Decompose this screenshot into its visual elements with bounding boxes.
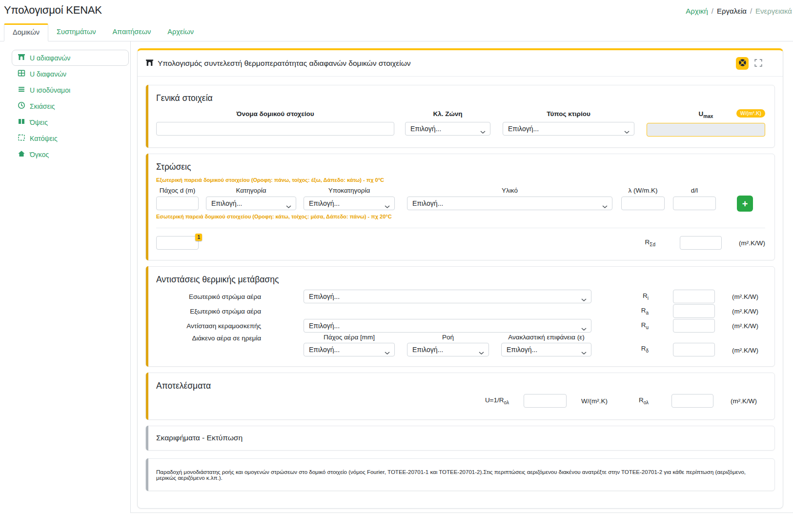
rtotal-input[interactable] [671, 394, 713, 408]
grid-icon [18, 69, 25, 79]
ra-input[interactable] [673, 304, 715, 318]
rd-input[interactable] [673, 343, 715, 356]
sidebar-item-u-isodynamoi[interactable]: U ισοδύναμοι [12, 82, 129, 98]
section-resistances: Αντιστάσεις θερμικής μετάβασης Εσωτερικό… [145, 266, 775, 367]
sidebar-item-ogkos[interactable]: Όγκος [12, 146, 129, 162]
air-thickness-select[interactable]: Επιλογή... [304, 343, 395, 356]
help-button[interactable] [736, 57, 749, 70]
sidebar-item-u-diafanon[interactable]: U διαφανών [12, 66, 129, 82]
list-icon [18, 85, 25, 95]
page-title: Υπολογισμοί ΚΕΝΑΚ [4, 4, 102, 17]
section-accent-bar [146, 154, 148, 260]
section-accent-bar [146, 426, 148, 451]
rtotal-label: Rολ [639, 396, 649, 405]
outer-face-note: Εξωτερική παρειά δομικού στοιχείου (Οροφ… [156, 177, 765, 183]
material-select[interactable]: Επιλογή... [407, 197, 612, 210]
tab-systimaton[interactable]: Συστημάτων [48, 23, 104, 41]
ra-unit: (m².K/W) [715, 308, 765, 315]
breadcrumb-separator: / [750, 7, 752, 15]
ru-label: Ru [591, 321, 673, 330]
reflective-surface-label: Ανακλαστική επιφάνεια (ε) [501, 334, 591, 341]
expand-button[interactable] [754, 59, 762, 68]
tab-archeion[interactable]: Αρχείων [159, 23, 202, 41]
ri-input[interactable] [673, 290, 715, 303]
sidebar-item-opseis[interactable]: Όψεις [12, 114, 129, 130]
external-air-layer-label: Εξωτερικό στρώμα αέρα [156, 308, 304, 315]
calculation-panel: Υπολογισμός συντελεστή θερμοπερατότητας … [137, 48, 783, 509]
total-thickness-input[interactable] [156, 236, 199, 250]
footnote-text: Παραδοχή μονοδιάστατης ροής και ομογενών… [156, 469, 764, 481]
reflective-surface-select[interactable]: Επιλογή... [501, 343, 591, 356]
window-icon [18, 118, 25, 127]
section-accent-bar [146, 85, 148, 148]
sidebar-item-label: Κατόψεις [30, 135, 58, 142]
chevron-down-icon [479, 349, 484, 356]
add-layer-button[interactable]: + [737, 196, 753, 212]
flow-select[interactable]: Επιλογή... [407, 343, 489, 356]
rsd-label: RΣd [645, 238, 656, 247]
tab-domikon[interactable]: Δομικών [4, 23, 48, 41]
chevron-down-icon [624, 128, 630, 136]
rd-label: Rδ [591, 345, 673, 356]
section-title: Αντιστάσεις θερμικής μετάβασης [156, 275, 765, 285]
section-accent-bar [146, 266, 148, 367]
chevron-down-icon [581, 296, 587, 303]
ra-label: Ra [591, 307, 673, 315]
rsd-input[interactable] [680, 236, 722, 250]
section-layers: Στρώσεις Εξωτερική παρειά δομικού στοιχε… [145, 154, 775, 260]
element-name-label: Όνομα δομικού στοχείου [156, 110, 394, 118]
still-air-gap-label: Διάκενο αέρα σε ηρεμία [156, 334, 304, 342]
sidebar-item-u-adiafanon[interactable]: U αδιαφανών [12, 50, 129, 66]
umax-unit-badge: W/(m².K) [736, 109, 765, 118]
section-footnote: Παραδοχή μονοδιάστατης ροής και ομογενών… [145, 458, 775, 491]
chevron-down-icon [286, 202, 291, 210]
tile-roof-resistance-label: Αντίσταση κεραμοσκεπής [156, 322, 304, 330]
section-title: Στρώσεις [156, 162, 765, 172]
panel-title: Υπολογισμός συντελεστή θερμοπερατότητας … [158, 59, 411, 68]
ri-unit: (m².K/W) [715, 293, 765, 300]
category-column-label: Κατηγορία [206, 187, 296, 194]
u-value-label: U=1/Rολ [485, 396, 509, 405]
internal-air-layer-select[interactable]: Επιλογή... [304, 290, 591, 303]
layer-thickness-input[interactable] [156, 197, 199, 210]
dl-input[interactable] [673, 197, 716, 210]
breadcrumb: Αρχική / Εργαλεία / Ενεργειακά [686, 4, 792, 15]
inner-face-note: Εσωτερική παρειά δομικού στοιχείου (Οροφ… [156, 214, 765, 219]
climate-zone-label: Κλ. Ζώνη [405, 110, 490, 118]
sidebar-item-katopseis[interactable]: Κατόψεις [12, 130, 129, 146]
subcategory-column-label: Υποκατηγορία [304, 187, 395, 194]
sidebar-item-label: U διαφανών [30, 70, 66, 78]
climate-zone-select[interactable]: Επιλογή... [405, 122, 490, 136]
life-ring-icon [738, 59, 747, 68]
breadcrumb-home[interactable]: Αρχική [686, 7, 708, 15]
tile-roof-resistance-select[interactable]: Επιλογή... [304, 319, 591, 333]
subcategory-select[interactable]: Επιλογή... [304, 197, 395, 210]
rd-unit: (m².K/W) [715, 347, 765, 356]
umax-input [647, 123, 765, 137]
rtotal-unit: (m².K/W) [731, 397, 757, 405]
section-accent-bar [146, 458, 148, 491]
dl-column-label: d/l [673, 187, 716, 194]
building-type-label: Τύπος κτιρίου [503, 110, 634, 118]
house-icon [18, 150, 25, 159]
sketches-title[interactable]: Σκαριφήματα - Εκτύπωση [156, 433, 764, 442]
sidebar-item-label: Όψεις [30, 118, 48, 126]
sidebar-item-skiaseis[interactable]: Σκιάσεις [12, 98, 129, 114]
sidebar-item-label: Όγκος [30, 151, 49, 158]
element-name-input[interactable] [156, 122, 394, 136]
divider [156, 228, 765, 228]
tab-apaitiseon[interactable]: Απαιτήσεων [104, 23, 159, 41]
layer-count-badge: 1 [195, 234, 202, 241]
category-select[interactable]: Επιλογή... [206, 197, 296, 210]
tab-bar: Δομικών Συστημάτων Απαιτήσεων Αρχείων [0, 23, 793, 41]
section-results: Αποτελέσματα U=1/Rολ W/(m².K) Rολ (m².K/… [145, 373, 775, 420]
arch-icon [145, 59, 154, 68]
chevron-down-icon [385, 349, 390, 356]
material-column-label: Υλικό [407, 187, 612, 194]
building-type-select[interactable]: Επιλογή... [503, 122, 634, 136]
ru-input[interactable] [673, 319, 715, 333]
breadcrumb-current: Ενεργειακά [755, 7, 792, 15]
breadcrumb-tools[interactable]: Εργαλεία [717, 7, 747, 15]
lambda-input[interactable] [621, 197, 665, 210]
u-value-input[interactable] [524, 394, 567, 408]
